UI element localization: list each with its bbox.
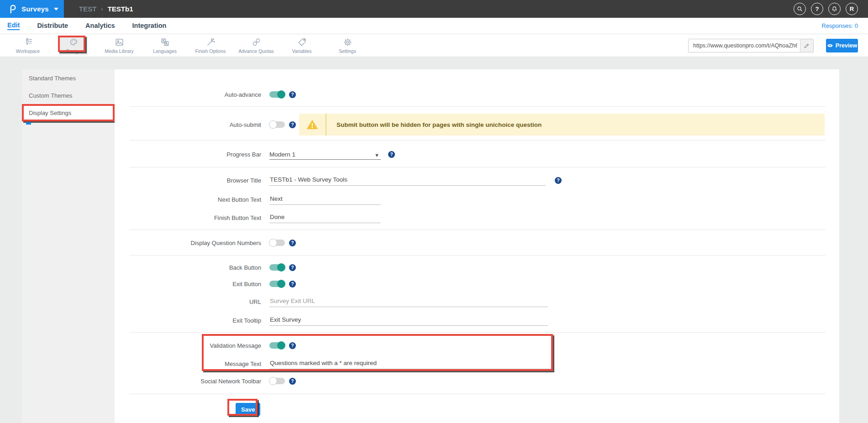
edit-url-button[interactable] [800,39,813,52]
toolbar-item-label: Design [66,48,81,54]
survey-url-input[interactable] [689,39,800,52]
save-button[interactable]: Save [236,403,260,416]
divider [129,394,826,394]
sidebar-item-custom-themes[interactable]: Custom Themes [22,87,115,104]
tab-distribute[interactable]: Distribute [37,22,68,30]
row-social-network-toolbar: Social Network Toolbar ? [115,375,839,387]
help-icon[interactable]: ? [289,121,296,128]
help-icon[interactable]: ? [388,151,395,158]
divider [129,255,826,256]
notifications-bell-icon[interactable] [828,3,841,15]
next-button-text-input[interactable] [269,194,381,205]
breadcrumb-folder[interactable]: TEST [79,5,96,13]
sidebar-item-display-settings[interactable]: Display Settings [22,104,115,121]
chevron-down-icon: ▼ [374,152,379,158]
media-library-icon [115,37,124,47]
row-progress-bar: Progress Bar Modern 1 ▼ ? [115,148,839,160]
exit-tooltip-input[interactable] [269,315,548,326]
toggle-knob [277,280,285,288]
preview-button[interactable]: Preview [826,39,858,52]
tab-edit[interactable]: Edit [7,21,20,30]
edit-toolbar: Workspace Design Media Library [0,34,868,57]
display-question-numbers-toggle[interactable] [269,240,285,246]
exit-url-input[interactable] [269,296,548,307]
pencil-icon [804,42,810,49]
toolbar-item-languages[interactable]: Languages [142,34,188,57]
divider [129,332,826,333]
auto-advance-toggle[interactable] [269,91,285,98]
validation-message-toggle[interactable] [269,342,285,349]
row-exit-url: URL [115,296,839,308]
languages-icon [160,37,170,47]
help-icon[interactable]: ? [555,177,562,184]
toolbar-item-label: Workspace [16,48,40,54]
field-label: URL [115,298,261,305]
help-icon[interactable]: ? [289,378,296,385]
toggle-knob [269,239,277,247]
toolbar-item-advance-quotas[interactable]: Advance Quotas [233,34,279,57]
responses-count[interactable]: Responses: 0 [822,22,858,29]
surveys-product-menu[interactable]: Surveys [0,0,64,18]
divider [129,106,826,107]
search-icon[interactable] [794,3,806,15]
eye-icon [827,42,833,49]
help-icon[interactable]: ? [289,240,296,246]
row-exit-button: Exit Button ? [115,278,839,290]
auto-submit-warning-banner: Submit button will be hidden for pages w… [299,114,825,136]
exit-button-toggle[interactable] [269,281,285,287]
help-icon[interactable]: ? [811,3,823,15]
field-label: Message Text [115,360,261,367]
help-icon[interactable]: ? [289,342,296,349]
field-label: Validation Message [115,342,261,349]
divider [129,230,826,230]
active-item-indicator [26,122,31,125]
toolbar-item-workspace[interactable]: Workspace [5,34,51,57]
social-network-toolbar-toggle[interactable] [269,378,285,384]
finish-options-wand-icon [206,37,216,47]
toolbar-item-settings[interactable]: Settings [325,34,370,57]
browser-title-input[interactable] [269,175,546,186]
back-button-toggle[interactable] [269,264,285,271]
toolbar-item-label: Media Library [105,48,134,54]
row-finish-button-text: Finish Button Text [115,212,839,224]
help-icon[interactable]: ? [289,264,296,271]
toolbar-item-finish-options[interactable]: Finish Options [188,34,233,57]
app-root: Surveys TEST › TESTb1 ? R Edit Distribut… [0,0,868,423]
field-label: Next Button Text [115,196,261,203]
message-text-input[interactable] [269,358,553,369]
avatar[interactable]: R [846,3,858,15]
warning-divider [326,114,326,136]
tab-integration[interactable]: Integration [132,22,167,30]
divider [129,167,826,167]
row-auto-advance: Auto-advance ? [115,89,839,100]
settings-gear-icon [343,37,352,47]
chevron-down-icon [54,8,58,10]
finish-button-text-input[interactable] [269,212,381,223]
auto-submit-toggle[interactable] [269,121,285,128]
row-message-text: Message Text [115,358,839,370]
display-settings-panel: Auto-advance ? Auto-submit ? [115,69,839,423]
toolbar-item-label: Finish Options [195,48,226,54]
breadcrumb: TEST › TESTb1 [79,0,133,18]
warning-triangle-icon [299,118,326,131]
toolbar-item-design[interactable]: Design [51,34,96,57]
help-icon[interactable]: ? [289,281,296,287]
progress-bar-select[interactable]: Modern 1 ▼ [269,149,381,160]
survey-url-box [688,39,814,52]
advance-quotas-chain-icon [252,37,261,47]
divider [129,140,826,141]
field-label: Auto-advance [115,91,261,98]
row-validation-message: Validation Message ? [115,339,839,351]
toolbar-item-media-library[interactable]: Media Library [96,34,142,57]
survey-section-nav: Edit Distribute Analytics Integration Re… [0,18,868,34]
toggle-knob [277,341,285,350]
help-icon[interactable]: ? [289,91,296,98]
row-display-question-numbers: Display Question Numbers ? [115,237,839,249]
questionpro-logo-icon [7,4,17,14]
field-label: Progress Bar [115,151,261,158]
header-icon-group: ? R [794,0,858,18]
field-label: Exit Button [115,281,261,287]
tab-analytics[interactable]: Analytics [85,22,115,30]
toolbar-item-variables[interactable]: Variables [279,34,325,57]
sidebar-item-standard-themes[interactable]: Standard Themes [22,69,115,87]
